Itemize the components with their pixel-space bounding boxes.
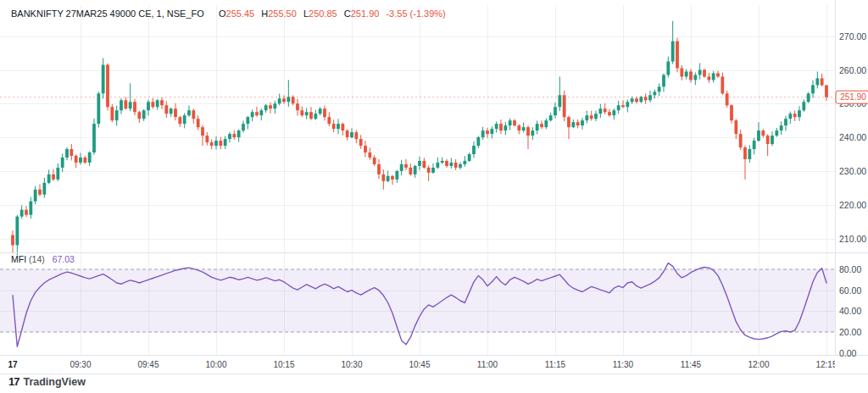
candle-down — [409, 168, 412, 174]
mfi-axis-label: 80.00 — [839, 264, 861, 274]
candle-down — [201, 127, 204, 136]
candle-up — [156, 100, 159, 107]
candle-up — [129, 102, 132, 108]
candle-down — [676, 42, 679, 69]
candle-down — [743, 147, 747, 159]
candle-up — [531, 130, 534, 136]
candle-up — [273, 103, 276, 108]
candle-up — [120, 100, 123, 110]
candle-up — [314, 113, 317, 119]
candle-up — [463, 161, 466, 164]
candle-down — [309, 112, 313, 119]
candle-up — [571, 122, 575, 127]
indicator-value: 67.03 — [53, 254, 75, 264]
candle-up — [65, 149, 69, 158]
candle-up — [414, 166, 417, 174]
candle-up — [802, 102, 805, 110]
candle-down — [70, 149, 73, 156]
candle-down — [110, 107, 114, 120]
candle-up — [264, 105, 268, 110]
mfi-band-fill — [0, 269, 835, 332]
candle-down — [11, 235, 14, 246]
candle-up — [693, 75, 697, 80]
time-axis-label: 10:00 — [205, 360, 226, 369]
candle-up — [658, 86, 661, 91]
price-axis-label: 220.00 — [839, 200, 866, 210]
candle-down — [124, 100, 127, 108]
candle-up — [395, 171, 398, 180]
candle-up — [431, 168, 435, 173]
candle-up — [780, 125, 783, 130]
candle-up — [536, 124, 539, 130]
candle-up — [242, 124, 245, 130]
candle-down — [526, 127, 530, 136]
candle-down — [192, 110, 195, 119]
last-price-badge: 251.90 — [836, 91, 868, 103]
candle-up — [387, 176, 390, 181]
candle-up — [350, 132, 353, 137]
candle-up — [88, 152, 92, 163]
candle-up — [509, 120, 512, 125]
candle-down — [689, 71, 693, 80]
candle-up — [522, 127, 526, 130]
candle-up — [459, 164, 462, 168]
candle-down — [377, 164, 381, 174]
indicator-legend[interactable]: MFI(14) 67.03 — [11, 255, 75, 264]
symbol-legend[interactable]: BANKNIFTY 27MAR25 49000 CE, 1, NSE_FO O2… — [11, 9, 446, 19]
candle-up — [585, 115, 588, 120]
low-value: 250.85 — [309, 8, 337, 19]
candle-up — [476, 137, 480, 146]
chart-canvas[interactable]: 270.00260.00250.00240.00230.00220.00210.… — [0, 0, 868, 393]
candle-down — [332, 124, 336, 129]
candle-down — [422, 161, 426, 168]
candle-up — [79, 158, 82, 163]
price-axis-label: 260.00 — [839, 65, 866, 75]
candle-down — [373, 158, 376, 164]
indicator-name: MFI — [11, 254, 26, 264]
candle-up — [449, 163, 453, 166]
candle-down — [296, 103, 299, 110]
candle-down — [354, 132, 358, 139]
candle-down — [517, 125, 520, 130]
candle-up — [598, 108, 602, 113]
candle-down — [739, 134, 743, 147]
candle-up — [92, 124, 96, 152]
candle-up — [788, 113, 792, 119]
candle-down — [364, 146, 367, 152]
indicator-params: (14) — [29, 254, 45, 264]
candle-up — [472, 146, 476, 154]
tradingview-logo-text: TradingView — [23, 376, 85, 388]
candle-down — [391, 176, 394, 180]
candle-down — [766, 136, 770, 144]
close-label: C — [344, 8, 351, 19]
tradingview-chart-widget: 270.00260.00250.00240.00230.00220.00210.… — [0, 0, 868, 393]
candle-down — [52, 174, 55, 180]
candle-up — [757, 130, 760, 141]
candle-down — [576, 122, 580, 125]
candle-up — [147, 102, 150, 110]
candle-down — [513, 120, 516, 125]
candle-up — [784, 119, 787, 125]
candle-down — [608, 112, 611, 115]
candle-up — [698, 70, 702, 75]
candle-down — [210, 142, 214, 146]
tradingview-logo[interactable]: 17 TradingView — [8, 375, 86, 388]
candle-up — [544, 120, 548, 127]
candle-up — [246, 117, 249, 124]
candle-down — [164, 105, 168, 113]
open-value: 255.45 — [226, 8, 255, 19]
high-value: 255.50 — [268, 8, 297, 19]
symbol-title[interactable]: BANKNIFTY 27MAR25 49000 CE, 1, NSE_FO — [11, 8, 204, 19]
candle-up — [811, 85, 815, 93]
candle-up — [337, 124, 340, 129]
candle-up — [436, 163, 439, 168]
candle-up — [183, 115, 186, 124]
time-axis-label: 10:15 — [273, 360, 294, 369]
candle-down — [25, 210, 28, 215]
time-axis-label: 11:30 — [613, 360, 634, 369]
candle-down — [292, 97, 295, 103]
candle-up — [662, 75, 665, 86]
mfi-axis-label: 20.00 — [839, 327, 861, 337]
candle-up — [224, 139, 227, 146]
time-axis-label: 11:15 — [545, 360, 566, 369]
